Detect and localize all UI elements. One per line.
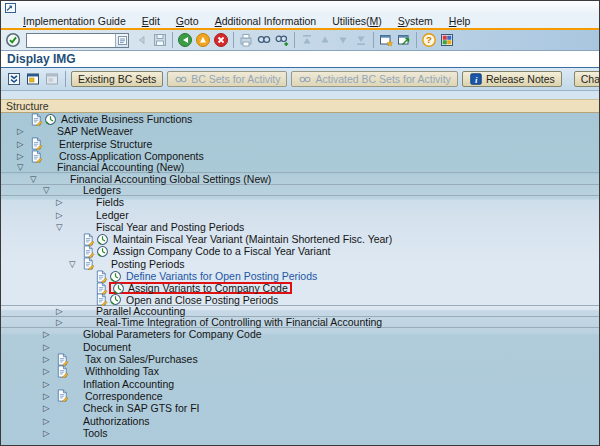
chevron-closed-icon[interactable]: ▷ [17,126,30,136]
tree-item-label[interactable]: Tools [83,427,108,439]
menu-edit[interactable]: Edit [134,15,168,27]
img-documentation-icon[interactable] [30,113,44,126]
tree-item-label[interactable]: Financial Accounting Global Settings (Ne… [70,173,271,185]
tree-item-label[interactable]: Maintain Fiscal Year Variant (Maintain S… [113,233,392,245]
menu-utilities-m[interactable]: Utilities(M) [324,15,390,27]
chevron-closed-icon[interactable]: ▷ [56,210,69,220]
chevron-closed-icon[interactable]: ▷ [43,342,56,352]
create-shortcut-icon[interactable] [395,31,413,49]
tree-row: ▷Document [1,341,599,353]
chevron-closed-icon[interactable]: ▷ [43,391,56,401]
position-icon[interactable] [24,70,42,88]
tree-item-label[interactable]: Parallel Accounting [96,305,185,317]
chevron-closed-icon[interactable]: ▷ [43,403,56,413]
chevron-closed-icon[interactable]: ▷ [17,139,30,149]
save-icon[interactable] [151,31,169,49]
last-page-icon[interactable] [352,31,370,49]
menu-implementation-guide[interactable]: Implementation Guide [15,15,134,27]
img-activity-icon[interactable] [109,270,123,283]
img-activity-icon[interactable] [44,113,58,126]
button-label: Existing BC Sets [78,73,156,85]
print-icon[interactable] [237,31,255,49]
find-next-icon[interactable] [273,31,291,49]
expand-collapse-icon[interactable] [5,70,23,88]
img-activity-icon[interactable] [96,245,110,258]
tree-item-label[interactable]: Inflation Accounting [83,378,174,390]
menu-additional-information[interactable]: Additional Information [207,15,325,27]
tree-row: ▽Ledgers [1,185,599,196]
tree-item-label[interactable]: SAP NetWeaver [57,125,133,137]
img-documentation-icon[interactable] [56,365,70,378]
tree-item-label[interactable]: Global Parameters for Company Code [83,328,262,340]
change-log-button[interactable]: Change Log [574,71,600,87]
chevron-open-icon[interactable]: ▽ [17,162,30,172]
sap-session-icon[interactable] [5,3,16,13]
customize-layout-icon[interactable] [438,31,456,49]
next-page-icon[interactable] [334,31,352,49]
chevron-open-icon[interactable]: ▽ [43,185,56,195]
chevron-closed-icon[interactable]: ▷ [43,428,56,438]
img-documentation-icon[interactable] [82,245,96,258]
tree-item-label[interactable]: Assign Company Code to a Fiscal Year Var… [113,245,331,257]
tree-item-label[interactable]: Cross-Application Components [59,150,204,162]
menu-system[interactable]: System [390,15,441,27]
help-icon[interactable]: ? [420,31,438,49]
tree-item-label[interactable]: Assign Variants to Company Code [128,282,288,294]
tree-item-label[interactable]: Document [83,341,131,353]
chevron-open-icon[interactable]: ▽ [30,174,43,184]
img-documentation-icon[interactable] [30,137,44,150]
enter-icon[interactable] [4,31,22,49]
find-icon[interactable] [255,31,273,49]
chevron-closed-icon[interactable]: ▷ [56,306,69,316]
tree-item-label[interactable]: Correspondence [85,390,163,402]
chevron-closed-icon[interactable]: ▷ [43,379,56,389]
chevron-closed-icon[interactable]: ▷ [43,416,56,426]
previous-page-icon[interactable] [316,31,334,49]
chevron-open-icon[interactable]: ▽ [69,259,82,269]
tree-item-label[interactable]: Open and Close Posting Periods [126,294,278,306]
menu-goto[interactable]: Goto [168,15,207,27]
release-notes-button[interactable]: iRelease Notes [462,71,562,87]
img-documentation-icon[interactable] [56,353,70,366]
img-documentation-icon[interactable] [95,270,109,283]
command-history-icon[interactable] [115,34,128,47]
chevron-closed-icon[interactable]: ▷ [56,197,69,207]
tree-item-label[interactable]: Fields [96,196,124,208]
tree-item-label[interactable]: Check in SAP GTS for FI [83,402,200,414]
cancel-icon[interactable] [212,31,230,49]
history-arrow-icon[interactable] [133,31,151,49]
tree-item-label[interactable]: Authorizations [83,415,150,427]
tree-item-label[interactable]: Ledgers [83,184,121,196]
tree-item-label[interactable]: Financial Accounting (New) [57,161,184,173]
tree-item-label[interactable]: Enterprise Structure [59,138,152,150]
img-documentation-icon[interactable] [82,233,96,246]
chevron-closed-icon[interactable]: ▷ [56,317,69,327]
first-page-icon[interactable] [298,31,316,49]
tree-item-label[interactable]: Fiscal Year and Posting Periods [96,221,244,233]
chevron-closed-icon[interactable]: ▷ [17,151,30,161]
img-documentation-icon[interactable] [30,150,44,163]
menu-help[interactable]: Help [441,15,479,27]
exit-icon[interactable] [194,31,212,49]
img-documentation-icon[interactable] [56,389,70,402]
tree-row: ▽Posting Periods [1,258,599,270]
img-documentation-icon[interactable] [82,257,96,270]
standard-toolbar: ? [1,30,599,51]
tree-item-label[interactable]: Posting Periods [111,258,185,270]
existing-bc-sets-button[interactable]: Existing BC Sets [71,71,163,87]
toolbar-separator [373,32,374,48]
command-field[interactable] [27,34,115,47]
chevron-closed-icon[interactable]: ▷ [43,329,56,339]
tree-item-label[interactable]: Ledger [96,209,129,221]
tree-item-label[interactable]: Real-Time Integration of Controlling wit… [96,316,382,328]
new-session-icon[interactable] [377,31,395,49]
tree-item-label[interactable]: Activate Business Functions [61,113,192,125]
chevron-closed-icon[interactable]: ▷ [43,366,56,376]
tree-item-label[interactable]: Tax on Sales/Purchases [85,353,198,365]
back-icon[interactable] [176,31,194,49]
tree-item-label[interactable]: Withholding Tax [85,365,159,377]
chevron-open-icon[interactable]: ▽ [56,222,69,232]
img-activity-icon[interactable] [96,233,110,246]
chevron-closed-icon[interactable]: ▷ [43,354,56,364]
tree-item-label[interactable]: Define Variants for Open Posting Periods [126,270,317,282]
